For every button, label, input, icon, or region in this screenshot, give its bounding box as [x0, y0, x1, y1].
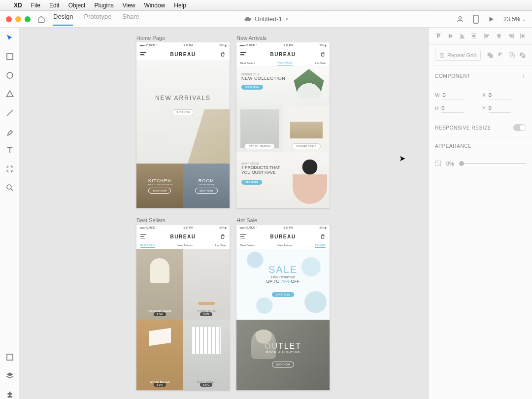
- align-left-icon[interactable]: [484, 33, 491, 39]
- bag-icon: [220, 51, 226, 57]
- artboard-newarrivals[interactable]: ●●●●○ CLAUDE ⌃ 5:17 PM 50% ▮ BUREAU Best…: [236, 42, 330, 208]
- plugin-icon[interactable]: [5, 390, 14, 399]
- x-input[interactable]: [489, 91, 511, 100]
- brand-logo: BUREAU: [170, 234, 196, 239]
- brand-logo: BUREAU: [270, 52, 296, 57]
- svg-rect-9: [442, 56, 444, 57]
- subtract-icon[interactable]: [498, 52, 504, 59]
- menu-file[interactable]: File: [31, 2, 40, 9]
- opacity-value: 0%: [446, 161, 454, 166]
- artboard-hotsale[interactable]: ●●●●○ CLAUDE ⌃ 5:17 PM 50% ▮ BUREAU Best…: [236, 225, 330, 390]
- intersect-icon[interactable]: [508, 52, 515, 59]
- zoom-control[interactable]: 23.5% ⌄: [503, 16, 526, 23]
- pen-tool[interactable]: [5, 127, 14, 136]
- mock-tabs: Best Sellers New Arrivals Hot Sale: [236, 242, 330, 249]
- device-preview-icon[interactable]: [473, 15, 479, 24]
- cursor-icon: ➤: [399, 154, 405, 163]
- layers-icon[interactable]: [5, 371, 14, 380]
- artboard-label[interactable]: Home Page: [136, 35, 165, 41]
- mock-header: BUREAU: [136, 48, 230, 60]
- sale-button: SHOP SALE: [272, 292, 294, 297]
- artboard-label[interactable]: New Arrivals: [236, 35, 266, 41]
- svg-point-3: [7, 72, 13, 78]
- tab-design[interactable]: Design: [53, 13, 73, 26]
- distribute-h-icon[interactable]: [519, 33, 526, 39]
- mock-tabs: Best Sellers New Arrivals Hot Sale: [236, 60, 330, 67]
- account-icon[interactable]: [456, 15, 464, 23]
- play-icon[interactable]: [488, 16, 495, 23]
- kitchen-button: SHOP NOW: [148, 188, 171, 194]
- text-tool[interactable]: [5, 146, 14, 155]
- artboard-tool[interactable]: [5, 165, 14, 173]
- sale-sub: Final Reduction: [236, 275, 330, 279]
- menu-icon: [140, 234, 146, 238]
- home-icon[interactable]: [37, 15, 45, 23]
- union-icon[interactable]: [487, 52, 494, 59]
- svg-rect-6: [440, 53, 441, 55]
- mock-tabs: Best Sellers New Arrivals Hot Sale: [136, 242, 230, 249]
- minimize-window-button[interactable]: [15, 16, 21, 22]
- menu-window[interactable]: Window: [144, 2, 166, 9]
- artboard-home[interactable]: ●●●●○ CLAUDE ⌃ 5:17 PM 50% ▮ BUREAU NEW …: [136, 42, 230, 208]
- tab-share[interactable]: Share: [122, 13, 139, 26]
- exclude-icon[interactable]: [519, 52, 526, 59]
- bag-icon: [220, 233, 226, 239]
- opacity-slider[interactable]: [459, 163, 526, 164]
- menu-help[interactable]: Help: [174, 2, 186, 9]
- svg-point-4: [7, 185, 11, 189]
- window-controls: [6, 16, 31, 22]
- width-input[interactable]: [442, 91, 465, 100]
- close-window-button[interactable]: [6, 16, 12, 22]
- mock-statusbar: ●●●●○ CLAUDE ⌃ 5:17 PM 50% ▮: [136, 225, 230, 231]
- align-vcenter-icon[interactable]: [447, 33, 454, 39]
- product-price: $ 340: [154, 383, 166, 387]
- chevron-down-icon: ▾: [286, 17, 288, 22]
- banner-button: SHOP NOW: [241, 85, 263, 90]
- align-right-icon[interactable]: [507, 33, 514, 39]
- kitchen-sub: CHECK YOUR STYLE NOTE: [147, 183, 173, 186]
- document-title-text: Untitled-1: [255, 15, 282, 23]
- svg-rect-1: [473, 15, 478, 23]
- mock-statusbar: ●●●●○ CLAUDE ⌃ 5:17 PM 50% ▮: [236, 225, 330, 231]
- room-button: SHOP NOW: [195, 188, 218, 194]
- distribute-v-icon[interactable]: [470, 33, 477, 39]
- artboard-label[interactable]: Best Sellers: [136, 217, 166, 223]
- bag-icon: [320, 233, 326, 239]
- zoom-tool[interactable]: [5, 183, 14, 192]
- mock-header: BUREAU: [236, 48, 330, 60]
- opacity-icon: [435, 160, 441, 166]
- menu-object[interactable]: Object: [68, 2, 86, 9]
- pill: MODERN DESKS: [292, 143, 321, 149]
- artboard-bestsellers[interactable]: ●●●●○ CLAUDE ⌃ 5:17 PM 50% ▮ BUREAU Best…: [136, 225, 230, 390]
- kitchen-title: KITCHEN: [148, 178, 171, 183]
- room-sub: Your own amazing: [198, 183, 214, 186]
- rectangle-tool[interactable]: [5, 52, 14, 61]
- menu-xd[interactable]: XD: [14, 2, 22, 9]
- menu-view[interactable]: View: [123, 2, 135, 9]
- height-input[interactable]: [441, 104, 464, 113]
- pill: STYLISH HEATING: [244, 143, 275, 149]
- document-title[interactable]: Untitled-1 ▾: [244, 15, 288, 23]
- assets-icon[interactable]: [5, 353, 14, 362]
- repeat-grid-button[interactable]: Repeat Grid: [435, 50, 481, 61]
- select-tool[interactable]: [5, 33, 14, 42]
- outlet-title: OUTLET: [236, 342, 330, 351]
- product-price: $ 672: [200, 312, 212, 316]
- maximize-window-button[interactable]: [25, 16, 31, 22]
- menu-edit[interactable]: Edit: [49, 2, 60, 9]
- add-component-icon[interactable]: +: [522, 72, 526, 80]
- y-input[interactable]: [489, 104, 511, 113]
- align-top-icon[interactable]: [435, 33, 442, 39]
- polygon-tool[interactable]: [5, 90, 14, 99]
- tab-prototype[interactable]: Prototype: [84, 13, 111, 26]
- ellipse-tool[interactable]: [5, 71, 14, 80]
- chevron-down-icon: ⌄: [522, 17, 526, 22]
- align-bottom-icon[interactable]: [459, 33, 466, 39]
- menu-plugins[interactable]: Plugins: [94, 2, 113, 9]
- line-tool[interactable]: [5, 108, 14, 117]
- design-canvas[interactable]: Home Page ●●●●○ CLAUDE ⌃ 5:17 PM 50% ▮ B…: [20, 28, 429, 399]
- align-hcenter-icon[interactable]: [496, 33, 502, 39]
- artboard-label[interactable]: Hot Sale: [236, 217, 257, 223]
- brand-logo: BUREAU: [270, 234, 296, 239]
- responsive-toggle[interactable]: [513, 124, 526, 131]
